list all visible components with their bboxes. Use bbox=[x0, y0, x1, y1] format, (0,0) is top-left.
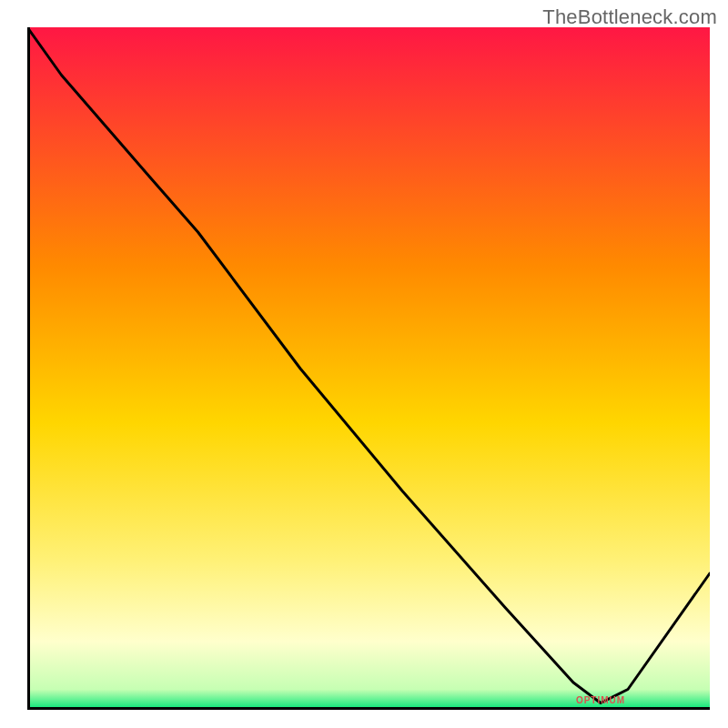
chart-stage: TheBottleneck.com OPTIMUM bbox=[0, 0, 728, 728]
optimum-marker: OPTIMUM bbox=[576, 694, 625, 704]
y-axis bbox=[27, 27, 30, 710]
curve-layer bbox=[27, 27, 710, 710]
plot-area: OPTIMUM bbox=[27, 27, 710, 710]
watermark-text: TheBottleneck.com bbox=[542, 5, 717, 29]
x-axis bbox=[27, 707, 710, 710]
bottleneck-curve bbox=[27, 27, 710, 703]
